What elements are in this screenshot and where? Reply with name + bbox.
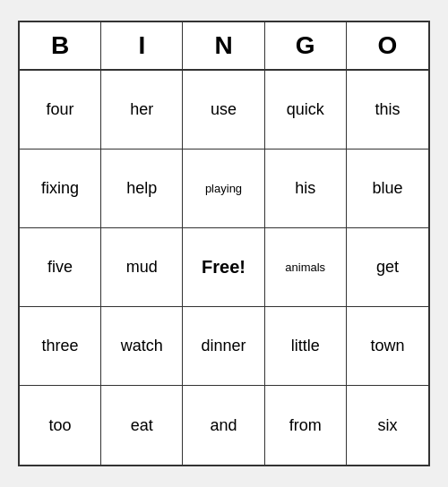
bingo-cell-13: animals [265, 228, 347, 307]
bingo-cell-1: her [101, 71, 183, 150]
bingo-cell-18: little [265, 307, 347, 386]
bingo-cell-8: his [265, 150, 347, 228]
bingo-cell-15: three [20, 307, 101, 386]
bingo-card: BINGO fourherusequickthisfixinghelpplayi… [18, 21, 430, 466]
bingo-header: BINGO [20, 22, 428, 71]
bingo-cell-17: dinner [183, 307, 264, 386]
bingo-cell-3: quick [265, 71, 347, 150]
bingo-cell-11: mud [101, 228, 183, 307]
bingo-cell-20: too [20, 386, 101, 465]
bingo-cell-19: town [347, 307, 428, 386]
bingo-cell-16: watch [101, 307, 183, 386]
bingo-cell-23: from [265, 386, 347, 465]
bingo-cell-24: six [347, 386, 428, 465]
bingo-cell-0: four [20, 71, 101, 150]
bingo-grid: fourherusequickthisfixinghelpplayinghisb… [20, 71, 428, 465]
bingo-cell-12: Free! [183, 228, 264, 307]
bingo-cell-2: use [183, 71, 264, 150]
header-letter-G: G [265, 22, 347, 69]
bingo-cell-9: blue [347, 150, 428, 228]
header-letter-B: B [20, 22, 101, 69]
header-letter-I: I [101, 22, 183, 69]
bingo-cell-6: help [101, 150, 183, 228]
bingo-cell-7: playing [183, 150, 264, 228]
bingo-cell-14: get [347, 228, 428, 307]
bingo-cell-5: fixing [20, 150, 101, 228]
bingo-cell-10: five [20, 228, 101, 307]
bingo-cell-22: and [183, 386, 264, 465]
header-letter-O: O [347, 22, 428, 69]
bingo-cell-4: this [347, 71, 428, 150]
bingo-cell-21: eat [101, 386, 183, 465]
header-letter-N: N [183, 22, 264, 69]
